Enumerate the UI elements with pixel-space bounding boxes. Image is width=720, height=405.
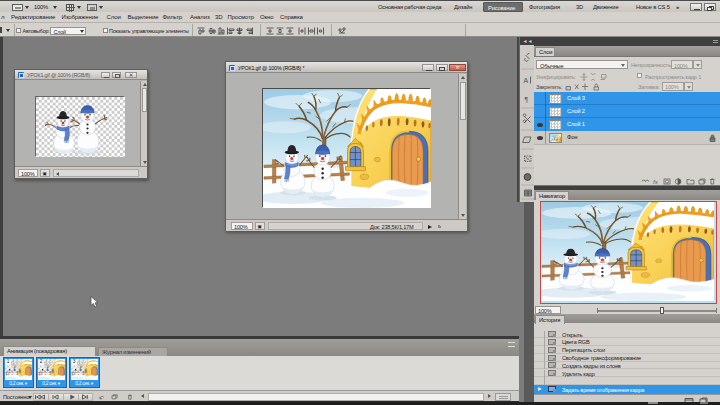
- svg-text:A: A: [524, 77, 529, 84]
- svg-text:¶: ¶: [525, 96, 529, 103]
